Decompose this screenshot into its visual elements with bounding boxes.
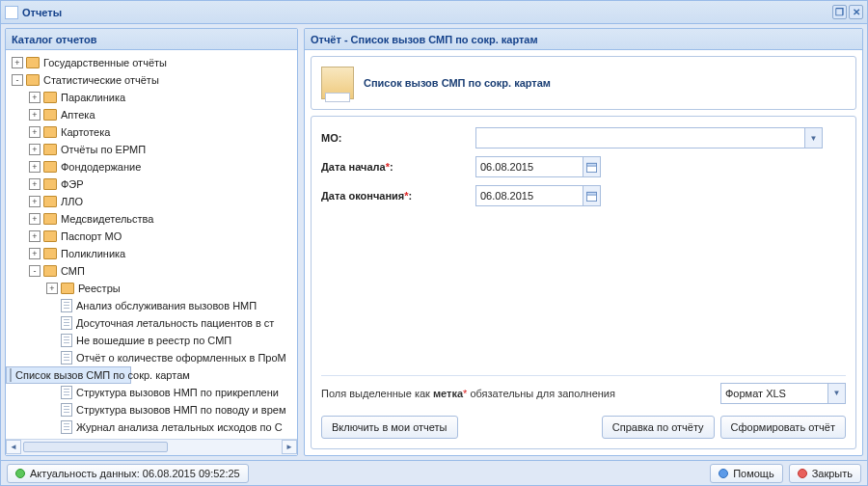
tree-label: ЛЛО xyxy=(61,196,83,207)
tree-label: Анализ обслуживания вызовов НМП xyxy=(76,300,257,311)
tree-folder-med[interactable]: +Медсвидетельства xyxy=(6,210,297,228)
scroll-right-button[interactable]: ► xyxy=(282,440,297,454)
tree-label: Картотека xyxy=(61,126,110,138)
tree-folder-ermp[interactable]: +Отчёты по ЕРМП xyxy=(6,141,297,158)
tree-label: Реестры xyxy=(78,283,121,294)
report-header: Отчёт - Список вызов СМП по сокр. картам xyxy=(305,29,862,50)
document-icon xyxy=(61,351,72,364)
svg-rect-1 xyxy=(586,163,596,166)
expand-icon[interactable]: + xyxy=(29,248,41,259)
chevron-down-icon[interactable]: ▼ xyxy=(827,384,845,403)
folder-icon xyxy=(43,92,57,103)
expand-icon[interactable]: + xyxy=(29,161,41,173)
scroll-left-button[interactable]: ◄ xyxy=(6,440,21,454)
calendar-icon[interactable] xyxy=(583,186,600,205)
tree-item-d3[interactable]: Не вошедшие в реестр по СМП xyxy=(6,332,297,349)
catalog-header: Каталог отчетов xyxy=(6,29,297,50)
status-dot-icon xyxy=(15,469,25,478)
mo-combo[interactable]: ▼ xyxy=(475,127,823,148)
tree-item-d8[interactable]: Журнал анализа летальных исходов по С xyxy=(6,418,297,436)
reports-tree[interactable]: +Государственные отчёты-Статистические о… xyxy=(6,50,297,439)
tree-label: Список вызов СМП по сокр. картам xyxy=(15,369,190,381)
tree-label: Параклиника xyxy=(61,92,125,103)
tree-folder-reestr[interactable]: +Реестры xyxy=(6,280,297,297)
expand-icon[interactable]: + xyxy=(29,144,41,155)
format-select[interactable]: Формат XLS ▼ xyxy=(720,383,846,404)
tree-item-d7[interactable]: Структура вызовов НМП по поводу и врем xyxy=(6,401,297,418)
expand-icon[interactable]: + xyxy=(29,109,41,121)
toggle-spacer xyxy=(46,300,58,311)
tree-folder-fond[interactable]: +Фондодержание xyxy=(6,158,297,176)
close-window-button[interactable]: ✕ xyxy=(849,5,863,19)
tree-label: ФЭР xyxy=(61,178,84,190)
date-end-input[interactable]: 06.08.2015 xyxy=(475,185,601,206)
document-icon xyxy=(61,403,72,417)
toggle-spacer xyxy=(46,335,58,346)
button-row: Включить в мои отчеты Справка по отчёту … xyxy=(321,410,846,439)
tree-folder-apt[interactable]: +Аптека xyxy=(6,106,297,123)
catalog-panel: Каталог отчетов +Государственные отчёты-… xyxy=(5,28,298,456)
chevron-down-icon[interactable]: ▼ xyxy=(804,128,822,148)
restore-button[interactable]: ❐ xyxy=(832,5,847,19)
tree-item-d1[interactable]: Анализ обслуживания вызовов НМП xyxy=(6,297,297,314)
collapse-icon[interactable]: - xyxy=(29,265,41,277)
app-icon xyxy=(5,6,18,19)
close-button[interactable]: Закрыть xyxy=(789,464,861,483)
tree-item-d5[interactable]: Список вызов СМП по сокр. картам xyxy=(6,366,131,384)
date-end-value: 06.08.2015 xyxy=(476,190,583,202)
run-report-button[interactable]: Сформировать отчёт xyxy=(720,416,846,439)
folder-icon xyxy=(43,126,57,138)
date-start-input[interactable]: 06.08.2015 xyxy=(475,156,601,177)
tree-folder-para[interactable]: +Параклиника xyxy=(6,89,297,106)
tree-folder-llo[interactable]: +ЛЛО xyxy=(6,193,297,210)
tree-item-d4[interactable]: Отчёт о количестве оформленных в ПроМ xyxy=(6,349,297,366)
expand-icon[interactable]: + xyxy=(29,230,41,242)
report-form: МО: ▼ Дата начала*: 06.08.2015 xyxy=(311,116,856,449)
help-button[interactable]: Помощь xyxy=(710,464,783,483)
statusbar: Актуальность данных: 06.08.2015 09:52:25… xyxy=(1,460,867,485)
tree-folder-pasp[interactable]: +Паспорт МО xyxy=(6,228,297,245)
window-title: Отчеты xyxy=(22,7,62,18)
data-freshness-pill[interactable]: Актуальность данных: 06.08.2015 09:52:25 xyxy=(7,464,249,483)
expand-icon[interactable]: + xyxy=(29,126,41,138)
scroll-thumb[interactable] xyxy=(23,442,168,452)
tree-folder-poli[interactable]: +Поликлиника xyxy=(6,245,297,262)
tree-folder-stat[interactable]: -Статистические отчёты xyxy=(6,71,297,89)
tree-label: СМП xyxy=(61,265,85,277)
tree-label: Государственные отчёты xyxy=(43,57,167,68)
calendar-icon[interactable] xyxy=(583,157,600,176)
document-icon xyxy=(61,386,72,399)
document-icon xyxy=(61,420,72,434)
report-card-title: Список вызов СМП по сокр. картам xyxy=(364,77,551,89)
folder-icon xyxy=(43,230,57,242)
expand-icon[interactable]: + xyxy=(29,213,41,225)
include-in-my-reports-button[interactable]: Включить в мои отчеты xyxy=(321,416,458,439)
expand-icon[interactable]: + xyxy=(12,57,23,68)
horizontal-scrollbar[interactable]: ◄ ► xyxy=(6,439,297,455)
tree-item-d6[interactable]: Структура вызовов НМП по прикреплени xyxy=(6,384,297,401)
tree-folder-fer[interactable]: +ФЭР xyxy=(6,176,297,193)
tree-label: Структура вызовов НМП по прикреплени xyxy=(76,387,279,398)
tree-label: Поликлиника xyxy=(61,248,125,259)
titlebar: Отчеты ❐ ✕ xyxy=(1,1,867,24)
folder-icon xyxy=(43,178,57,190)
tree-label: Отчёт о количестве оформленных в ПроМ xyxy=(76,352,286,364)
tree-label: Медсвидетельства xyxy=(61,213,153,225)
toggle-spacer xyxy=(46,421,58,433)
tree-folder-kart[interactable]: +Картотека xyxy=(6,123,297,141)
expand-icon[interactable]: + xyxy=(46,283,58,294)
tree-label: Статистические отчёты xyxy=(43,74,159,86)
document-icon xyxy=(61,334,72,347)
expand-icon[interactable]: + xyxy=(29,178,41,190)
collapse-icon[interactable]: - xyxy=(12,74,23,86)
folder-icon xyxy=(43,161,57,173)
folder-icon xyxy=(43,196,57,207)
tree-item-d2[interactable]: Досуточная летальность пациентов в ст xyxy=(6,314,297,332)
document-icon xyxy=(61,299,72,312)
tree-folder-smp[interactable]: -СМП xyxy=(6,262,297,280)
tree-label: Аптека xyxy=(61,109,95,121)
tree-folder-gos[interactable]: +Государственные отчёты xyxy=(6,54,297,71)
expand-icon[interactable]: + xyxy=(29,92,41,103)
expand-icon[interactable]: + xyxy=(29,196,41,207)
report-info-button[interactable]: Справка по отчёту xyxy=(602,416,715,439)
